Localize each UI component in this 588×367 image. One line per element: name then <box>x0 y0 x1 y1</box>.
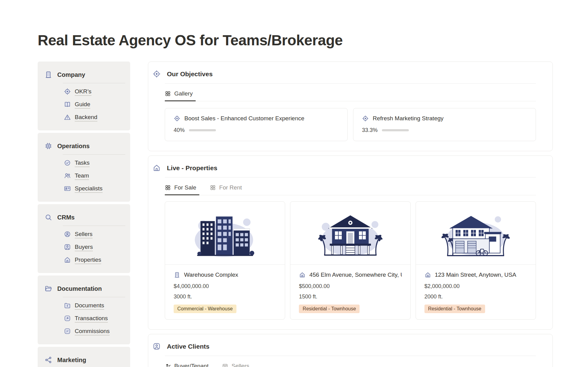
folder-plus-icon <box>64 302 71 309</box>
properties-tabs: For Sale For Rent <box>165 181 536 195</box>
people-icon <box>64 172 71 179</box>
properties-panel: Live - Properties For Sale For Rent <box>148 155 553 330</box>
home-icon <box>64 256 71 264</box>
active-clients-panel: Active Clients Buyer/Tenant Sellers Aa <box>148 334 553 367</box>
tab-for-rent[interactable]: For Rent <box>210 181 245 195</box>
percent-square-icon <box>64 328 71 335</box>
home-icon <box>424 272 431 278</box>
sidebar-item-tasks[interactable]: Tasks <box>64 156 125 169</box>
objective-title-row: Refresh Marketing Strategy <box>362 115 527 122</box>
home-icon <box>153 164 161 172</box>
sidebar-item-properties[interactable]: Properties <box>64 253 125 266</box>
open-folder-icon <box>44 285 52 293</box>
warning-triangle-icon <box>64 114 71 121</box>
sidebar-item-commissions[interactable]: Commissions <box>64 325 125 338</box>
sidebar-item-label[interactable]: OKR’s <box>75 88 92 95</box>
tab-label: For Rent <box>219 184 242 191</box>
sidebar-item-label[interactable]: Documents <box>75 302 104 309</box>
divider <box>63 154 125 155</box>
property-card-456-elm-avenue[interactable]: 456 Elm Avenue, Somewhere City, USA $500… <box>290 201 410 320</box>
sidebar-section-marketing: Marketing Brand Assets <box>38 347 130 367</box>
grid-icon <box>165 91 171 97</box>
divider <box>63 83 125 83</box>
property-card-123-main-street[interactable]: 123 Main Street, Anytown, USA $2,000,000… <box>416 201 536 320</box>
property-card-warehouse-complex[interactable]: Warehouse Complex $4,000,000.00 3000 ft.… <box>165 201 285 320</box>
beach-house-illustration <box>441 210 510 260</box>
property-name: Warehouse Complex <box>184 272 238 278</box>
panel-title: Live - Properties <box>167 164 217 172</box>
divider <box>165 177 536 178</box>
objectives-gallery: Boost Sales - Enhanced Customer Experien… <box>165 108 536 141</box>
sidebar-item-okrs[interactable]: OKR’s <box>64 85 125 98</box>
property-type-badge: Residential - Townhouse <box>424 305 485 313</box>
progress-percent: 40% <box>174 127 185 133</box>
grid-icon <box>165 185 171 191</box>
tab-label: For Sale <box>174 184 196 191</box>
property-name-row: Warehouse Complex <box>174 272 276 278</box>
sidebar-section-title: CRMs <box>57 214 75 221</box>
progress-bar <box>382 129 409 131</box>
panel-title: Our Objectives <box>167 70 213 78</box>
tab-for-sale[interactable]: For Sale <box>165 181 199 195</box>
sidebar-item-label[interactable]: Tasks <box>75 159 90 166</box>
tab-sellers[interactable]: Sellers <box>222 359 252 367</box>
objective-card-refresh-marketing[interactable]: Refresh Marketing Strategy 33.3% <box>353 108 536 141</box>
objectives-panel: Our Objectives Gallery Boost Sales - Enh… <box>148 62 553 151</box>
target-icon <box>153 70 161 78</box>
id-card-icon <box>64 185 71 192</box>
sidebar-item-documents[interactable]: Documents <box>64 299 125 312</box>
sidebar-item-label[interactable]: Transactions <box>75 315 108 322</box>
sidebar-item-label[interactable]: Specialists <box>75 185 103 192</box>
table-icon <box>222 363 228 367</box>
divider <box>63 226 125 226</box>
progress-percent: 33.3% <box>362 127 378 133</box>
sidebar-item-specialists[interactable]: Specialists <box>64 182 125 195</box>
chip-icon <box>44 142 52 150</box>
sidebar-section-operations: Operations Tasks Team Specialists <box>38 133 130 202</box>
divider <box>165 83 536 84</box>
sidebar-item-sellers[interactable]: Sellers <box>64 228 125 241</box>
property-name: 123 Main Street, Anytown, USA <box>435 272 516 278</box>
active-clients-tabs: Buyer/Tenant Sellers <box>165 359 536 367</box>
panel-title: Active Clients <box>167 343 209 350</box>
property-name-row: 123 Main Street, Anytown, USA <box>424 272 527 278</box>
tab-gallery[interactable]: Gallery <box>165 87 196 101</box>
property-type-badge: Commercial - Warehouse <box>174 305 236 313</box>
property-price: $2,000,000.00 <box>424 283 527 290</box>
sidebar: Company OKR’s Guide Backend <box>38 62 130 367</box>
sidebar-item-label[interactable]: Buyers <box>75 244 93 250</box>
objective-progress-row: 33.3% <box>362 127 527 133</box>
sidebar-item-label[interactable]: Properties <box>75 257 101 263</box>
objective-title-row: Boost Sales - Enhanced Customer Experien… <box>174 115 339 122</box>
person-square-icon <box>64 243 71 251</box>
sidebar-item-buyers[interactable]: Buyers <box>64 241 125 253</box>
navy-house-illustration <box>316 210 385 260</box>
divider <box>165 356 536 356</box>
sidebar-section-crms: CRMs Sellers Buyers Properties <box>38 204 130 273</box>
sidebar-item-label[interactable]: Backend <box>75 114 97 121</box>
sidebar-item-backend[interactable]: Backend <box>64 111 125 124</box>
sidebar-item-team[interactable]: Team <box>64 169 125 182</box>
sidebar-item-transactions[interactable]: Transactions <box>64 312 125 325</box>
grid-icon <box>210 185 216 191</box>
building-icon <box>174 272 180 278</box>
property-name-row: 456 Elm Avenue, Somewhere City, USA <box>299 272 401 278</box>
main-content: Our Objectives Gallery Boost Sales - Enh… <box>148 62 553 367</box>
sidebar-item-label[interactable]: Commissions <box>75 328 110 335</box>
property-image <box>290 202 410 265</box>
sidebar-section-title: Operations <box>57 143 90 150</box>
tab-buyer-tenant[interactable]: Buyer/Tenant <box>165 359 212 367</box>
divider <box>63 297 125 297</box>
objective-card-boost-sales[interactable]: Boost Sales - Enhanced Customer Experien… <box>165 108 348 141</box>
properties-header: Live - Properties <box>153 164 536 172</box>
active-clients-header: Active Clients <box>153 342 536 350</box>
target-icon <box>64 88 71 95</box>
sidebar-item-guide[interactable]: Guide <box>64 98 125 111</box>
sidebar-item-label[interactable]: Guide <box>75 101 90 108</box>
target-icon <box>362 115 369 122</box>
objective-title: Boost Sales - Enhanced Customer Experien… <box>184 115 304 122</box>
properties-gallery: Warehouse Complex $4,000,000.00 3000 ft.… <box>165 201 536 320</box>
sidebar-item-label[interactable]: Sellers <box>75 231 92 238</box>
sidebar-item-label[interactable]: Team <box>75 172 89 179</box>
property-image <box>416 202 536 265</box>
